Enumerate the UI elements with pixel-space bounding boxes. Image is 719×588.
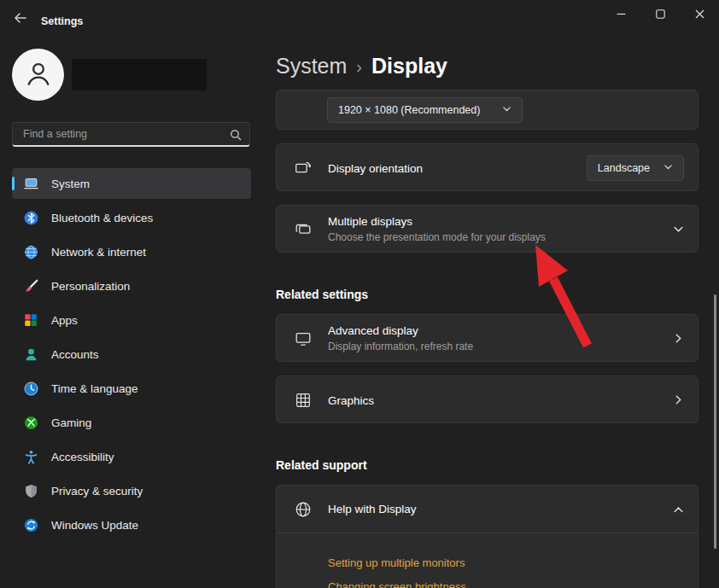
sidebar-item-apps[interactable]: Apps bbox=[12, 305, 251, 335]
breadcrumb-separator-icon: › bbox=[356, 55, 362, 77]
back-button[interactable] bbox=[9, 9, 32, 31]
page-title: Display bbox=[371, 54, 447, 79]
sidebar-item-label: Personalization bbox=[51, 280, 130, 293]
row-title: Graphics bbox=[328, 376, 374, 424]
maximize-button[interactable] bbox=[640, 0, 680, 28]
related-support-header: Related support bbox=[276, 458, 367, 472]
help-link-multiple-monitors[interactable]: Setting up multiple monitors bbox=[328, 556, 465, 569]
related-settings-header: Related settings bbox=[276, 288, 368, 301]
multiple-displays-icon bbox=[294, 220, 313, 239]
sidebar-item-system[interactable]: System bbox=[12, 168, 251, 199]
vertical-scrollbar[interactable] bbox=[714, 294, 716, 549]
search-input[interactable] bbox=[13, 123, 249, 145]
row-title: Display orientation bbox=[328, 144, 423, 192]
orientation-dropdown[interactable]: Landscape bbox=[587, 155, 684, 181]
chevron-up-icon[interactable] bbox=[672, 504, 684, 515]
row-title: Help with Display bbox=[328, 486, 417, 533]
user-avatar[interactable] bbox=[12, 49, 64, 101]
sidebar-item-label: Apps bbox=[51, 314, 78, 327]
search-box bbox=[12, 122, 250, 147]
advanced-display-icon bbox=[294, 329, 313, 348]
display-orientation-row: Display orientation Landscape bbox=[276, 143, 699, 191]
sidebar-nav: System Bluetooth & devices Network & int… bbox=[12, 168, 251, 544]
chevron-down-icon bbox=[502, 104, 511, 116]
resolution-dropdown[interactable]: 1920 × 1080 (Recommended) bbox=[327, 97, 523, 123]
sidebar-item-label: Gaming bbox=[51, 416, 91, 429]
sidebar-item-label: Time & language bbox=[51, 382, 138, 395]
row-subtitle: Choose the presentation mode for your di… bbox=[328, 231, 546, 243]
accessibility-person-icon bbox=[22, 448, 39, 465]
close-button[interactable] bbox=[680, 0, 719, 28]
sidebar-item-network-internet[interactable]: Network & internet bbox=[12, 236, 251, 267]
search-icon bbox=[230, 129, 242, 144]
row-subtitle: Display information, refresh rate bbox=[328, 341, 473, 352]
chevron-right-icon bbox=[672, 332, 684, 344]
gaming-xbox-icon bbox=[22, 414, 39, 431]
apps-grid-icon bbox=[22, 311, 39, 329]
network-globe-icon bbox=[22, 243, 39, 260]
display-orientation-icon bbox=[294, 159, 313, 178]
breadcrumb-parent[interactable]: System bbox=[276, 54, 347, 79]
sidebar-item-privacy-security[interactable]: Privacy & security bbox=[12, 475, 251, 506]
close-icon bbox=[695, 7, 704, 22]
sidebar-item-label: Network & internet bbox=[51, 246, 146, 259]
minimize-icon bbox=[617, 7, 626, 22]
display-resolution-row: 1920 × 1080 (Recommended) bbox=[276, 90, 699, 130]
person-icon bbox=[23, 58, 54, 92]
graphics-row[interactable]: Graphics bbox=[276, 376, 699, 423]
sidebar-item-accounts[interactable]: Accounts bbox=[12, 339, 251, 370]
sidebar-item-personalization[interactable]: Personalization bbox=[12, 271, 251, 301]
advanced-display-row[interactable]: Advanced display Display information, re… bbox=[276, 314, 699, 362]
selected-indicator bbox=[12, 177, 15, 190]
sidebar-item-label: Privacy & security bbox=[51, 485, 143, 498]
minimize-button[interactable] bbox=[601, 0, 640, 28]
sidebar-item-windows-update[interactable]: Windows Update bbox=[12, 509, 251, 540]
accounts-person-icon bbox=[22, 346, 39, 363]
sidebar-item-label: System bbox=[51, 178, 90, 190]
sidebar-item-label: Accounts bbox=[51, 348, 99, 361]
row-title: Multiple displays bbox=[328, 215, 412, 228]
system-icon bbox=[22, 175, 39, 192]
multiple-displays-row[interactable]: Multiple displays Choose the presentatio… bbox=[276, 205, 699, 253]
help-with-display-card: Help with Display Setting up multiple mo… bbox=[276, 485, 699, 588]
bluetooth-icon bbox=[22, 209, 39, 226]
paintbrush-icon bbox=[22, 277, 39, 294]
app-title: Settings bbox=[41, 15, 83, 27]
resolution-value: 1920 × 1080 (Recommended) bbox=[338, 104, 480, 116]
graphics-icon bbox=[294, 391, 313, 410]
sidebar-item-accessibility[interactable]: Accessibility bbox=[12, 441, 251, 472]
sidebar-item-label: Bluetooth & devices bbox=[51, 212, 153, 224]
maximize-icon bbox=[656, 7, 665, 22]
clock-icon bbox=[22, 380, 39, 397]
globe-icon bbox=[294, 500, 313, 519]
chevron-right-icon bbox=[672, 393, 684, 405]
sidebar-item-bluetooth-devices[interactable]: Bluetooth & devices bbox=[12, 202, 251, 233]
sidebar-item-label: Accessibility bbox=[51, 451, 114, 463]
window-controls bbox=[601, 0, 719, 28]
settings-window: Settings System bbox=[0, 0, 719, 588]
sidebar-item-time-language[interactable]: Time & language bbox=[12, 373, 251, 404]
sidebar-item-gaming[interactable]: Gaming bbox=[12, 407, 251, 438]
sidebar-item-label: Windows Update bbox=[51, 519, 138, 532]
help-links-panel: Setting up multiple monitors Changing sc… bbox=[277, 533, 698, 588]
windows-update-icon bbox=[22, 516, 39, 533]
chevron-down-icon[interactable] bbox=[672, 223, 684, 235]
breadcrumb: System › Display bbox=[276, 49, 447, 83]
row-title: Advanced display bbox=[328, 324, 418, 337]
help-link-screen-brightness[interactable]: Changing screen brightness bbox=[328, 580, 466, 588]
shield-icon bbox=[22, 482, 39, 499]
chevron-down-icon bbox=[663, 162, 673, 174]
back-arrow-icon bbox=[14, 11, 27, 28]
redacted-username-block bbox=[72, 59, 207, 90]
orientation-value: Landscape bbox=[598, 162, 650, 174]
